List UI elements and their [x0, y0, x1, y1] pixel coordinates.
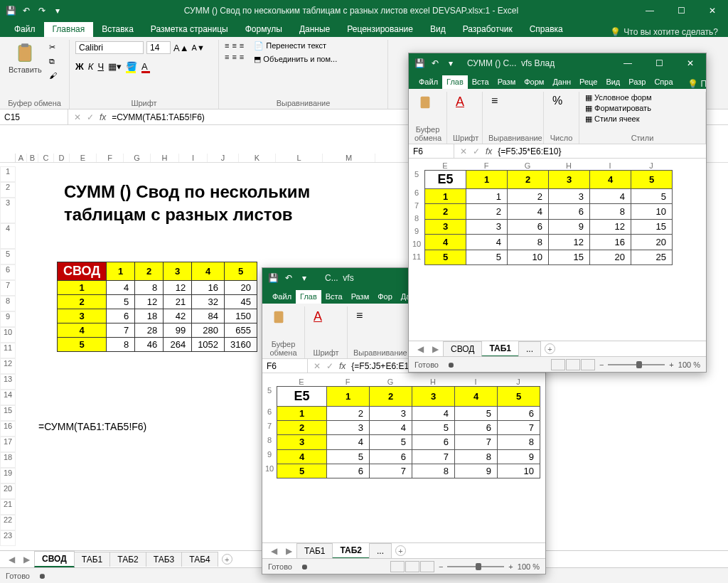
- grow-font-icon[interactable]: A▲: [173, 43, 189, 53]
- fx-icon[interactable]: fx: [100, 112, 106, 122]
- tabs-scroll-left[interactable]: ◀: [4, 555, 19, 565]
- tab-developer[interactable]: Разработчик: [454, 22, 521, 37]
- tab-formulas[interactable]: Формулы: [237, 22, 291, 37]
- close-icon[interactable]: ✕: [697, 0, 728, 21]
- tab-help[interactable]: Справка: [521, 22, 572, 37]
- underline-button[interactable]: Ч: [97, 61, 104, 72]
- c2-tab-insert[interactable]: Вста: [321, 290, 347, 304]
- tab-file[interactable]: Файл: [6, 22, 44, 37]
- paste-button[interactable]: Вставить: [6, 41, 45, 75]
- shrink-font-icon[interactable]: A▼: [192, 43, 205, 52]
- sheet-tab-tab3[interactable]: ТАБ3: [146, 552, 182, 567]
- font-name-input[interactable]: [75, 41, 144, 54]
- tab-home[interactable]: Главная: [44, 22, 94, 37]
- tell-me[interactable]: 💡Что вы хотите сделать?: [600, 27, 728, 37]
- col-j[interactable]: J: [208, 154, 239, 162]
- c3-sheet-tab1[interactable]: ТАБ1: [481, 341, 519, 357]
- border-button[interactable]: ▦▾: [108, 61, 122, 72]
- redo-icon[interactable]: ↷: [36, 4, 48, 17]
- svg-rect-2: [274, 311, 284, 323]
- c2-namebox[interactable]: F6: [262, 359, 308, 373]
- sheet-tab-svod[interactable]: СВОД: [34, 551, 75, 567]
- col-k[interactable]: K: [239, 154, 276, 162]
- c3-min[interactable]: —: [612, 53, 643, 74]
- col-f[interactable]: F: [97, 154, 124, 162]
- italic-button[interactable]: К: [88, 61, 94, 72]
- c3-fmt-table[interactable]: ▦ Форматировать: [585, 104, 651, 113]
- c3-save-icon[interactable]: 💾: [413, 57, 426, 70]
- col-i[interactable]: I: [179, 154, 208, 162]
- c3-cond-fmt[interactable]: ▦ Условное форм: [585, 93, 652, 102]
- tab-data[interactable]: Данные: [291, 22, 338, 37]
- svg-rect-3: [421, 97, 430, 109]
- tab-review[interactable]: Рецензирование: [338, 22, 422, 37]
- align-right-icon[interactable]: ≡: [240, 53, 244, 61]
- c2-tab-formulas[interactable]: Фор: [373, 290, 397, 304]
- align-bot-icon[interactable]: ≡: [240, 41, 244, 50]
- col-c[interactable]: C: [38, 154, 54, 162]
- align-mid-icon[interactable]: ≡: [232, 41, 236, 50]
- macro-icon[interactable]: ⏺: [38, 572, 46, 580]
- sheet-tab-tab2[interactable]: ТАБ2: [109, 552, 146, 567]
- tabs-scroll-right[interactable]: ▶: [19, 555, 34, 565]
- c2-sheet-tab2[interactable]: ТАБ2: [332, 542, 370, 559]
- col-m[interactable]: M: [323, 154, 375, 162]
- c2-table[interactable]: E512345 123456 234567 345678 456789 5678…: [277, 386, 540, 478]
- sheet-tab-tab4[interactable]: ТАБ4: [181, 552, 218, 567]
- c2-tab-home[interactable]: Глав: [296, 290, 321, 304]
- undo-icon[interactable]: ↶: [20, 4, 33, 17]
- col-l[interactable]: L: [276, 154, 323, 162]
- tab-insert[interactable]: Вставка: [93, 22, 142, 37]
- col-e[interactable]: E: [70, 154, 97, 162]
- c3-close[interactable]: ✕: [675, 53, 706, 74]
- c2-sheet-tab1[interactable]: ТАБ1: [296, 543, 333, 558]
- c3-undo-icon[interactable]: ↶: [429, 57, 441, 70]
- merge-button[interactable]: ⬒ Объединить и пом...: [254, 55, 337, 64]
- align-left-icon[interactable]: ≡: [225, 53, 229, 61]
- minimize-icon[interactable]: —: [634, 0, 665, 21]
- c2-sheet-more[interactable]: ...: [369, 543, 392, 558]
- font-color-button[interactable]: A: [141, 61, 148, 72]
- name-box[interactable]: C15: [0, 109, 68, 124]
- c2-save-icon[interactable]: 💾: [267, 272, 279, 284]
- c2-fx-icon[interactable]: fx: [339, 361, 346, 371]
- new-sheet-button[interactable]: +: [222, 554, 232, 565]
- formula-bar-text[interactable]: =СУММ(ТАБ1:ТАБ5!F6): [112, 112, 205, 122]
- col-d[interactable]: D: [54, 154, 70, 162]
- c3-cell-styles[interactable]: ▦ Стили ячеек: [585, 114, 640, 124]
- window-title: СУММ () Свод по нескольким таблицам с ра…: [68, 6, 634, 16]
- font-size-input[interactable]: [146, 41, 171, 54]
- align-center-icon[interactable]: ≡: [232, 53, 236, 61]
- tab-view[interactable]: Вид: [422, 22, 454, 37]
- col-h[interactable]: H: [151, 154, 179, 162]
- c3-table[interactable]: E512345 112345 2246810 33691215 44812162…: [424, 170, 673, 265]
- c2-formula[interactable]: {=F5:J5+E6:E10}: [351, 361, 416, 371]
- c3-more-icon[interactable]: ▾: [444, 57, 457, 70]
- maximize-icon[interactable]: ☐: [665, 0, 697, 21]
- wrap-text-button[interactable]: 📄 Перенести текст: [254, 41, 337, 50]
- svod-table[interactable]: СВОД 1 2 3 4 5 148121620 2512213245 3618…: [57, 262, 257, 352]
- fx-enter-icon[interactable]: ✓: [87, 112, 94, 122]
- c3-formula[interactable]: {=F5:J5*E6:E10}: [498, 146, 561, 156]
- col-g[interactable]: G: [124, 154, 151, 162]
- col-b[interactable]: B: [27, 154, 38, 162]
- save-icon[interactable]: 💾: [4, 4, 17, 17]
- c3-max[interactable]: ☐: [643, 53, 675, 74]
- copy-icon[interactable]: ⧉: [49, 57, 60, 68]
- c2-more-icon[interactable]: ▾: [298, 272, 311, 284]
- c2-tab-file[interactable]: Файл: [268, 290, 296, 304]
- col-a[interactable]: A: [16, 154, 27, 162]
- sheet-tab-tab1[interactable]: ТАБ1: [74, 552, 110, 567]
- c2-undo-icon[interactable]: ↶: [282, 272, 295, 284]
- qat-more-icon[interactable]: ▾: [51, 4, 64, 17]
- brush-icon[interactable]: 🖌: [49, 71, 60, 82]
- cut-icon[interactable]: ✂: [49, 43, 60, 54]
- tab-page-layout[interactable]: Разметка страницы: [142, 22, 237, 37]
- fill-color-button[interactable]: 🪣: [126, 61, 137, 72]
- bold-button[interactable]: Ж: [75, 61, 84, 72]
- c3-namebox[interactable]: F6: [409, 144, 454, 158]
- c3-sheet-svod[interactable]: СВОД: [443, 341, 482, 356]
- align-top-icon[interactable]: ≡: [225, 41, 229, 50]
- c2-tab-layout[interactable]: Разм: [347, 290, 374, 304]
- fx-cancel-icon[interactable]: ✕: [74, 112, 81, 122]
